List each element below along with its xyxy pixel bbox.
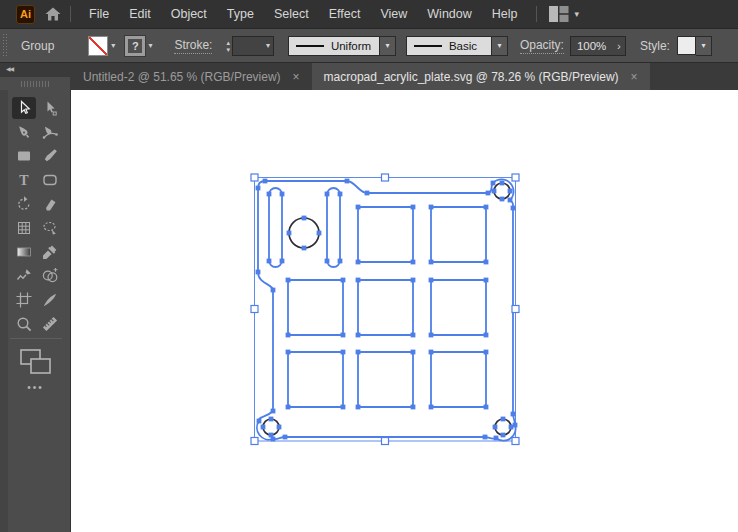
- chevron-down-icon[interactable]: ▾: [492, 36, 508, 56]
- slot-cutout[interactable]: [269, 188, 282, 267]
- stroke-weight-label[interactable]: Stroke:: [174, 38, 212, 54]
- anchor-point[interactable]: [491, 181, 496, 186]
- key-cutout[interactable]: [431, 280, 486, 335]
- anchor-point[interactable]: [511, 412, 516, 417]
- control-bar-grip[interactable]: [3, 34, 9, 58]
- artboard-tool-icon[interactable]: [12, 289, 36, 311]
- anchor-point[interactable]: [356, 333, 361, 338]
- anchor-point[interactable]: [356, 260, 361, 265]
- anchor-point[interactable]: [429, 278, 434, 283]
- rectangle-tool-icon[interactable]: [12, 145, 36, 167]
- stroke-weight-input[interactable]: ▾: [232, 36, 274, 56]
- chevron-down-icon[interactable]: ▾: [380, 36, 396, 56]
- key-cutout[interactable]: [288, 352, 343, 407]
- macropad-plate-artwork[interactable]: [72, 90, 738, 532]
- anchor-point[interactable]: [267, 259, 272, 264]
- anchor-point[interactable]: [302, 216, 307, 221]
- variable-width-select[interactable]: Uniform: [288, 36, 380, 56]
- paintbrush-tool-icon[interactable]: [38, 145, 62, 167]
- anchor-point[interactable]: [429, 405, 434, 410]
- chevron-down-icon[interactable]: ▾: [696, 36, 712, 56]
- bounding-box-handle[interactable]: [251, 306, 258, 313]
- eyedropper-tool-icon[interactable]: [38, 241, 62, 263]
- anchor-point[interactable]: [287, 231, 292, 236]
- anchor-point[interactable]: [429, 350, 434, 355]
- anchor-point[interactable]: [263, 179, 268, 184]
- zoom-tool-icon[interactable]: [12, 313, 36, 335]
- workspace-switcher-button[interactable]: ▾: [549, 6, 580, 22]
- anchor-point[interactable]: [269, 433, 274, 438]
- opacity-label[interactable]: Opacity:: [520, 38, 564, 54]
- lasso-tool-icon[interactable]: [38, 217, 62, 239]
- anchor-point[interactable]: [484, 405, 489, 410]
- anchor-point[interactable]: [325, 259, 330, 264]
- slot-cutout[interactable]: [327, 188, 340, 267]
- anchor-point[interactable]: [261, 425, 266, 430]
- key-cutout[interactable]: [358, 280, 413, 335]
- bounding-box-handle[interactable]: [382, 174, 389, 181]
- anchor-point[interactable]: [411, 260, 416, 265]
- anchor-point[interactable]: [411, 205, 416, 210]
- graphic-style-swatch[interactable]: [677, 36, 696, 55]
- selection-tool-icon[interactable]: [12, 97, 36, 119]
- anchor-point[interactable]: [286, 405, 291, 410]
- tab-close-icon[interactable]: ×: [631, 70, 638, 84]
- document-tab[interactable]: Untitled-2 @ 51.65 % (RGB/Preview)×: [71, 63, 312, 90]
- fill-stroke-indicator[interactable]: [18, 348, 54, 380]
- anchor-point[interactable]: [508, 189, 513, 194]
- bounding-box-handle[interactable]: [512, 174, 519, 181]
- key-cutout[interactable]: [431, 207, 486, 262]
- knife-tool-icon[interactable]: [38, 289, 62, 311]
- anchor-point[interactable]: [365, 191, 370, 196]
- anchor-point[interactable]: [429, 333, 434, 338]
- home-icon[interactable]: [44, 5, 62, 23]
- anchor-point[interactable]: [493, 425, 498, 430]
- menu-window[interactable]: Window: [417, 0, 481, 28]
- gradient-tool-icon[interactable]: [12, 241, 36, 263]
- anchor-point[interactable]: [302, 246, 307, 251]
- key-cutout[interactable]: [358, 352, 413, 407]
- anchor-point[interactable]: [341, 405, 346, 410]
- anchor-point[interactable]: [257, 419, 262, 424]
- anchor-point[interactable]: [356, 205, 361, 210]
- menu-object[interactable]: Object: [161, 0, 217, 28]
- anchor-point[interactable]: [501, 433, 506, 438]
- edit-toolbar-button[interactable]: •••: [0, 382, 71, 393]
- rounded-rectangle-tool-icon[interactable]: [38, 169, 62, 191]
- anchor-point[interactable]: [483, 435, 488, 440]
- document-tab[interactable]: macropad_acrylic_plate.svg @ 78.26 % (RG…: [312, 63, 650, 90]
- bounding-box-handle[interactable]: [382, 438, 389, 445]
- menu-effect[interactable]: Effect: [319, 0, 371, 28]
- anchor-point[interactable]: [509, 425, 514, 430]
- menu-type[interactable]: Type: [217, 0, 264, 28]
- anchor-point[interactable]: [411, 405, 416, 410]
- anchor-point[interactable]: [271, 409, 276, 414]
- menu-edit[interactable]: Edit: [119, 0, 161, 28]
- menu-file[interactable]: File: [79, 0, 119, 28]
- anchor-point[interactable]: [492, 189, 497, 194]
- key-cutout[interactable]: [431, 352, 486, 407]
- chevron-down-icon[interactable]: ▾: [111, 41, 115, 50]
- measure-tool-icon[interactable]: [38, 313, 62, 335]
- anchor-point[interactable]: [256, 270, 261, 275]
- anchor-point[interactable]: [484, 260, 489, 265]
- mesh-tool-icon[interactable]: [12, 217, 36, 239]
- shape-builder-tool-icon[interactable]: [38, 265, 62, 287]
- illustrator-logo-icon[interactable]: Ai: [16, 5, 35, 24]
- anchor-point[interactable]: [484, 333, 489, 338]
- anchor-point[interactable]: [508, 198, 513, 203]
- anchor-point[interactable]: [500, 197, 505, 202]
- anchor-point[interactable]: [286, 350, 291, 355]
- stroke-color-swatch[interactable]: ?: [125, 36, 145, 56]
- plate-outline-path[interactable]: [257, 179, 516, 440]
- anchor-point[interactable]: [280, 259, 285, 264]
- anchor-point[interactable]: [411, 333, 416, 338]
- bounding-box-handle[interactable]: [512, 306, 519, 313]
- anchor-point[interactable]: [494, 436, 499, 441]
- menu-select[interactable]: Select: [264, 0, 319, 28]
- selection-bounding-box[interactable]: [255, 178, 516, 442]
- anchor-point[interactable]: [341, 278, 346, 283]
- key-cutout[interactable]: [288, 280, 343, 335]
- brush-definition-select[interactable]: Basic: [406, 36, 492, 56]
- shaper-tool-icon[interactable]: [12, 265, 36, 287]
